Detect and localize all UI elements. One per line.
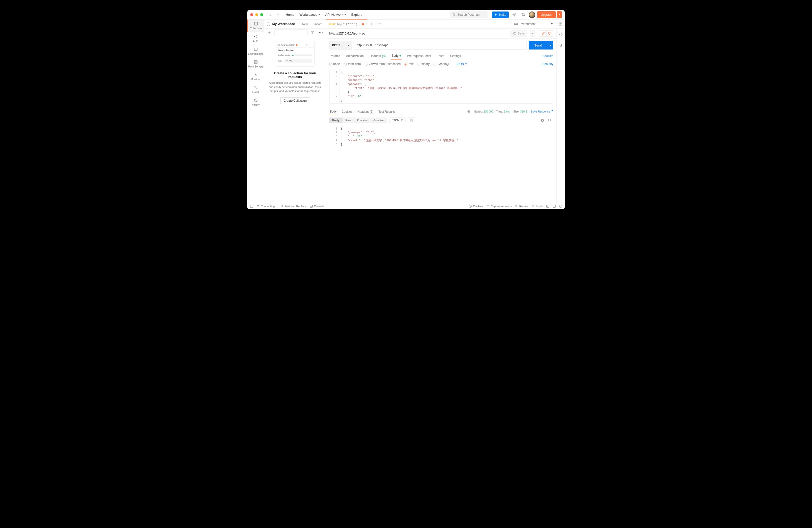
collapse-sidebar-button[interactable]: ‹ — [260, 53, 261, 58]
notifications-button[interactable] — [520, 11, 527, 18]
rail-apis[interactable]: APIs — [247, 32, 264, 45]
code-icon — [559, 32, 563, 36]
view-pretty[interactable]: Pretty — [329, 117, 343, 123]
capture-requests-button[interactable]: Capture requests — [487, 205, 512, 208]
body-type-raw[interactable]: raw — [405, 62, 413, 66]
close-window-button[interactable] — [250, 13, 253, 16]
environment-dropdown[interactable]: No Environment — [511, 19, 556, 28]
send-button[interactable]: Send — [529, 41, 548, 49]
url-input[interactable]: http://127.0.0.1/json-rpc — [354, 41, 527, 49]
workspace-name[interactable]: My Workspace — [272, 22, 298, 26]
method-dropdown[interactable]: POST — [329, 41, 352, 49]
filter-input[interactable] — [274, 29, 307, 36]
create-collection-button[interactable]: Create Collection — [280, 97, 310, 104]
upgrade-dropdown[interactable] — [557, 11, 562, 18]
resp-tab-cookies[interactable]: Cookies — [341, 108, 353, 115]
search-input[interactable] — [457, 13, 485, 16]
beautify-link[interactable]: Beautify — [542, 62, 553, 66]
body-format-dropdown[interactable]: JSON — [456, 62, 467, 66]
resp-tab-tests[interactable]: Test Results — [378, 108, 395, 115]
tab-headers[interactable]: Headers (8) — [369, 52, 386, 60]
sync-status[interactable]: Connecting... — [257, 205, 277, 208]
chevron-down-icon — [559, 14, 561, 15]
save-response-dropdown[interactable]: Save Response — [531, 110, 553, 113]
tab-settings[interactable]: Settings — [450, 52, 462, 60]
resp-tab-body[interactable]: Body — [329, 108, 337, 115]
view-visualize[interactable]: Visualize — [370, 117, 387, 123]
trash-button[interactable]: Trash — [532, 205, 543, 208]
wrap-lines-button[interactable] — [408, 117, 415, 123]
menu-workspaces[interactable]: Workspaces — [300, 13, 320, 16]
layout-toggle-button[interactable] — [553, 205, 556, 208]
send-dropdown[interactable] — [548, 41, 553, 49]
maximize-window-button[interactable] — [260, 13, 263, 16]
global-search[interactable] — [450, 11, 488, 18]
tab-overflow-button[interactable]: ••• — [375, 19, 383, 28]
console-button[interactable]: Console — [310, 205, 324, 208]
body-type-binary[interactable]: binary — [418, 62, 430, 66]
environment-quicklook[interactable] — [556, 19, 565, 28]
sidebar-filter-button[interactable] — [309, 29, 316, 36]
body-type-none[interactable]: none — [329, 62, 340, 66]
tab-prerequest[interactable]: Pre-request Script — [406, 52, 432, 60]
request-tab[interactable]: POST http://127.0.0.1/json-rp — [326, 19, 367, 28]
request-body-editor[interactable]: 12345678 { "jsonrpc": "2.0", "method": "… — [329, 69, 553, 103]
save-button[interactable]: Save — [510, 30, 527, 36]
info-button[interactable] — [557, 42, 564, 49]
menu-explore[interactable]: Explore — [351, 13, 362, 16]
response-body-viewer[interactable]: 12345 { "jsonrpc": "2.0", "id": 123, "re… — [329, 126, 553, 201]
rail-collections[interactable]: Collections — [247, 19, 264, 32]
edit-button[interactable] — [540, 30, 547, 36]
new-button[interactable]: New — [300, 22, 310, 26]
view-raw[interactable]: Raw — [343, 117, 354, 123]
nav-back-button[interactable] — [268, 12, 273, 17]
minimize-window-button[interactable] — [255, 13, 258, 16]
resp-tab-headers[interactable]: Headers (7) — [357, 108, 374, 115]
chevron-down-icon — [551, 23, 553, 25]
upgrade-button[interactable]: Upgrade — [537, 11, 556, 18]
copy-response-button[interactable] — [539, 117, 546, 124]
svg-point-30 — [469, 205, 472, 207]
eye-icon — [559, 22, 563, 26]
tab-authorization[interactable]: Authorization — [346, 52, 364, 60]
view-preview[interactable]: Preview — [354, 117, 370, 123]
comment-button[interactable] — [547, 30, 553, 36]
mock-servers-icon — [253, 60, 258, 64]
menu-api-network[interactable]: API Network — [325, 13, 346, 16]
nav-forward-button[interactable] — [275, 12, 281, 17]
sidebar-more-button[interactable]: ••• — [318, 29, 324, 36]
two-pane-button[interactable] — [546, 205, 549, 208]
preview-title: Your collection — [276, 47, 314, 53]
response-format-dropdown[interactable]: JSON — [389, 117, 406, 123]
rail-monitors[interactable]: Monitors — [247, 71, 264, 83]
find-replace-button[interactable]: Find and Replace — [280, 205, 306, 208]
code-snippet-button[interactable] — [557, 31, 564, 38]
sidebar-toggle-button[interactable] — [250, 205, 253, 207]
import-button[interactable]: Import — [312, 22, 323, 26]
app-body: Collections APIs Environments Mock Serve… — [247, 19, 565, 203]
body-type-urlencoded[interactable]: x-www-form-urlencoded — [365, 62, 401, 66]
rail-flows[interactable]: Flows — [247, 83, 264, 96]
help-button[interactable]: ? — [559, 205, 562, 208]
cookies-button[interactable]: Cookies — [469, 205, 483, 208]
save-dropdown[interactable] — [530, 30, 535, 36]
tab-tests[interactable]: Tests — [436, 52, 445, 60]
cookies-link[interactable]: Cookies — [542, 54, 553, 58]
add-collection-button[interactable] — [266, 29, 273, 36]
rail-environments[interactable]: Environments — [247, 45, 264, 58]
rail-mock-servers[interactable]: Mock Servers — [247, 58, 264, 71]
request-title[interactable]: http://127.0.0.1/json-rpc — [329, 31, 508, 35]
tab-body[interactable]: Body — [391, 52, 401, 60]
rail-history[interactable]: History — [247, 96, 264, 109]
settings-button[interactable] — [511, 11, 518, 18]
runner-button[interactable]: Runner — [515, 205, 528, 208]
tab-params[interactable]: Params — [329, 52, 340, 60]
user-avatar[interactable] — [529, 12, 535, 18]
menu-home[interactable]: Home — [286, 13, 294, 16]
new-tab-button[interactable] — [367, 19, 375, 28]
save-icon — [513, 32, 516, 35]
body-type-form-data[interactable]: form-data — [344, 62, 361, 66]
search-response-button[interactable] — [546, 117, 553, 124]
invite-button[interactable]: Invite — [492, 12, 509, 18]
body-type-graphql[interactable]: GraphQL — [434, 62, 450, 66]
